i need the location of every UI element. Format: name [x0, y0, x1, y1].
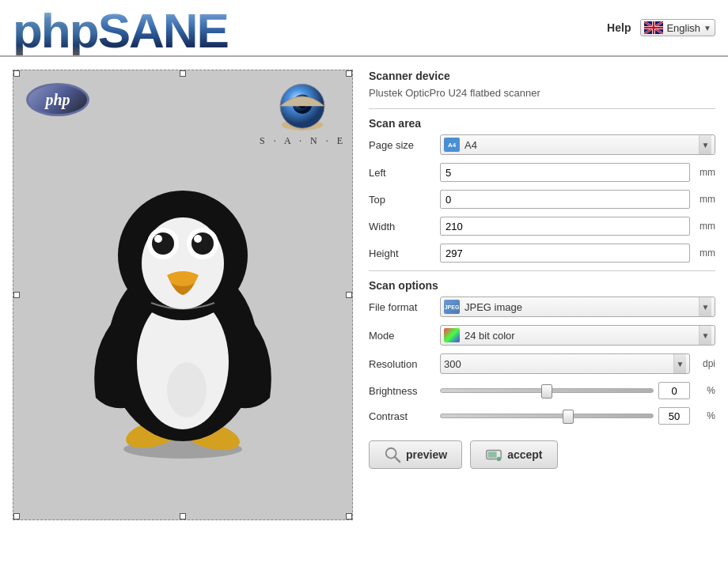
mode-dropdown[interactable]: 24 bit color ▼	[440, 325, 715, 346]
preview-area[interactable]: php	[13, 70, 353, 520]
header: phpSANE Help English ▼	[0, 0, 728, 57]
height-input[interactable]	[440, 244, 690, 263]
contrast-control[interactable]	[440, 407, 690, 425]
preview-label: preview	[406, 448, 447, 461]
sane-eye-icon	[275, 80, 330, 135]
top-unit: mm	[693, 194, 715, 205]
help-link[interactable]: Help	[607, 21, 631, 34]
left-control[interactable]	[440, 163, 690, 182]
mode-control[interactable]: 24 bit color ▼	[440, 325, 715, 346]
flag-icon	[644, 21, 663, 34]
contrast-slider-container	[440, 407, 690, 425]
resize-handle-br[interactable]	[346, 513, 352, 519]
php-badge: php	[26, 83, 89, 116]
file-format-dropdown[interactable]: JPEG JPEG image ▼	[440, 297, 715, 317]
resolution-dropdown[interactable]: 300 ▼	[440, 353, 690, 374]
resolution-value: 300	[444, 358, 673, 370]
width-input[interactable]	[440, 217, 690, 236]
resolution-arrow-icon: ▼	[673, 354, 686, 373]
logo-sane: SANE	[98, 6, 228, 55]
contrast-label: Contrast	[369, 410, 440, 422]
svg-point-19	[194, 235, 202, 243]
height-row: Height mm	[369, 244, 715, 263]
mode-label: Mode	[369, 330, 440, 342]
file-format-arrow-icon: ▼	[699, 297, 711, 316]
left-input[interactable]	[440, 163, 690, 182]
language-arrow-icon: ▼	[703, 24, 711, 32]
resize-handle-tm[interactable]	[180, 70, 186, 77]
left-row: Left mm	[369, 163, 715, 182]
brightness-slider-container	[440, 382, 690, 399]
accept-button[interactable]: accept	[470, 440, 557, 469]
language-selector[interactable]: English ▼	[640, 19, 715, 36]
resize-handle-mr[interactable]	[346, 292, 352, 298]
resize-handle-bl[interactable]	[13, 513, 20, 519]
brightness-label: Brightness	[369, 385, 440, 397]
php-badge-text: php	[45, 91, 70, 109]
brightness-track[interactable]	[440, 388, 654, 393]
brightness-row: Brightness %	[369, 382, 715, 399]
page-size-value: A4	[464, 139, 699, 151]
contrast-value-input[interactable]	[658, 407, 690, 425]
file-format-label: File format	[369, 301, 440, 313]
logo-text: php	[13, 6, 98, 55]
color-mode-icon	[444, 328, 460, 342]
page-size-row: Page size A4 A4 ▼	[369, 134, 715, 155]
page-size-arrow-icon: ▼	[699, 135, 711, 154]
scan-options-title: Scan options	[369, 279, 715, 292]
top-control[interactable]	[440, 190, 690, 209]
svg-point-17	[191, 232, 214, 255]
resolution-row: Resolution 300 ▼ dpi	[369, 353, 715, 374]
height-unit: mm	[693, 247, 715, 259]
page-size-dropdown[interactable]: A4 A4 ▼	[440, 134, 715, 155]
scan-area-title: Scan area	[369, 117, 715, 130]
preview-icon	[384, 446, 401, 463]
sane-text: S · A · N · E	[260, 135, 346, 147]
language-label: English	[666, 22, 700, 34]
contrast-thumb[interactable]	[563, 410, 574, 424]
contrast-unit: %	[693, 410, 715, 421]
divider-1	[369, 108, 715, 109]
preview-button[interactable]: preview	[369, 440, 462, 469]
tux-penguin	[72, 161, 294, 461]
left-unit: mm	[693, 167, 715, 178]
width-unit: mm	[693, 221, 715, 232]
jpeg-icon: JPEG	[444, 300, 460, 314]
resize-handle-bm[interactable]	[180, 513, 186, 519]
height-label: Height	[369, 247, 440, 259]
brightness-control[interactable]	[440, 382, 690, 399]
height-control[interactable]	[440, 244, 690, 263]
contrast-track[interactable]	[440, 414, 654, 418]
width-control[interactable]	[440, 217, 690, 236]
svg-point-24	[497, 457, 502, 462]
resize-handle-tl[interactable]	[13, 70, 20, 77]
resolution-unit: dpi	[693, 358, 715, 369]
mode-arrow-icon: ▼	[699, 326, 711, 345]
brightness-thumb[interactable]	[541, 384, 552, 399]
file-format-value: JPEG image	[464, 301, 699, 313]
svg-rect-23	[488, 451, 497, 457]
resize-handle-tr[interactable]	[346, 70, 352, 77]
resolution-control[interactable]: 300 ▼	[440, 353, 690, 374]
file-format-control[interactable]: JPEG JPEG image ▼	[440, 297, 715, 317]
width-row: Width mm	[369, 217, 715, 236]
scanner-device-title: Scanner device	[369, 70, 715, 82]
accept-icon	[485, 446, 502, 463]
mode-value: 24 bit color	[464, 330, 699, 342]
top-label: Top	[369, 194, 440, 206]
a4-icon: A4	[444, 138, 460, 152]
resize-handle-ml[interactable]	[13, 292, 20, 298]
page-size-control[interactable]: A4 A4 ▼	[440, 134, 715, 155]
scanner-device-name: Plustek OpticPro U24 flatbed scanner	[369, 87, 715, 99]
top-input[interactable]	[440, 190, 690, 209]
main-content: php	[0, 57, 728, 533]
svg-point-11	[167, 362, 207, 417]
svg-point-16	[152, 232, 174, 255]
accept-label: accept	[507, 448, 542, 461]
mode-row: Mode 24 bit color ▼	[369, 325, 715, 346]
logo-container: phpSANE	[13, 6, 228, 55]
svg-point-18	[154, 235, 162, 243]
action-buttons: preview accept	[369, 440, 715, 469]
divider-2	[369, 270, 715, 271]
brightness-value-input[interactable]	[658, 382, 690, 399]
